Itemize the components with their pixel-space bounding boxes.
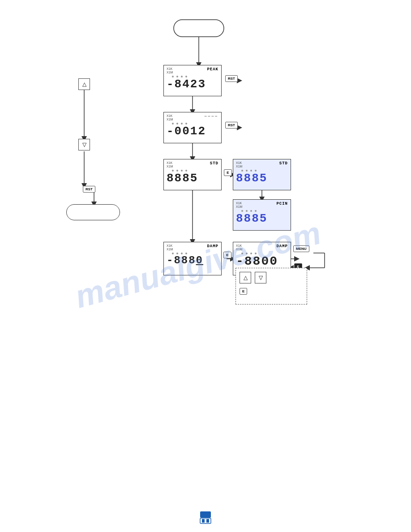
damp-right-value: -8800 [236,255,288,268]
logo-icon [198,511,213,524]
pcin-x-labels: X1K X1M [236,202,242,209]
left-menu-button[interactable]: RST [83,186,95,193]
bottom-logo [198,511,213,524]
std-display-left: X1K X1M STD 8885 [163,159,222,190]
peak-value: -8423 [167,78,218,90]
svg-rect-18 [200,511,211,518]
pcin-mode: PCIN [276,202,288,206]
left-down-arrow-btn[interactable]: ▽ [78,139,90,150]
edit-e-button[interactable]: E [240,288,247,295]
edit-box: △ ▽ E [235,268,307,305]
peak-mode-label: PEAK [207,67,218,72]
pcin-display: X1K X1M PCIN 8885 [233,199,291,231]
pcin-header: X1K X1M PCIN [236,202,288,209]
peak-display: X1K X1M PEAK -8423 [163,65,222,96]
peak-x-labels: X1K X1M [167,67,173,75]
counter-value: -0012 [167,125,218,137]
svg-rect-0 [174,20,224,37]
damp-right-header: X1K X1M DAMP [236,244,288,252]
damp-right-mode: DAMP [276,244,288,249]
damp-left-x-labels: X1K X1M [167,244,173,252]
left-up-arrow-btn[interactable]: △ [78,78,90,90]
edit-down-arrow[interactable]: ▽ [255,272,266,283]
rst-button-2[interactable]: RST [225,122,238,129]
std-left-header: X1K X1M STD [167,161,218,169]
svg-rect-21 [206,519,209,523]
std-right-x-labels: X1K X1M [236,161,242,169]
edit-up-arrow[interactable]: △ [240,272,251,283]
e-button-std[interactable]: E [224,169,232,176]
rst-button-1[interactable]: RST [225,75,238,82]
damp-left-value: -8880 [167,255,218,266]
std-left-mode: STD [210,161,218,166]
counter-x-labels: X1K X1M [167,114,173,122]
peak-display-header: X1K X1M PEAK [167,67,218,75]
up-arrow-icon: △ [82,81,86,87]
edit-arrows-row: △ ▽ [240,272,303,283]
counter-display-header: X1K X1M ──── [167,114,218,122]
menu-button-damp[interactable]: MENU [293,245,309,252]
svg-rect-20 [202,519,205,523]
damp-left-mode: DAMP [207,244,218,249]
damp-right-x-labels: X1K X1M [236,244,242,252]
counter-mode-label: ──── [205,114,218,118]
counter-display: X1K X1M ──── -0012 [163,112,222,143]
std-right-header: X1K X1M STD [236,161,288,169]
damp-left-header: X1K X1M DAMP [167,244,218,252]
std-left-value: 8885 [167,172,218,184]
pcin-value: 8885 [236,213,288,224]
e-button-damp-left[interactable]: E [223,252,231,258]
std-left-x-labels: X1K X1M [167,161,173,169]
down-arrow-icon: ▽ [82,142,86,148]
std-right-mode: STD [279,161,288,166]
damp-display-left: X1K X1M DAMP -8880 [163,242,222,275]
std-right-value: 8885 [236,172,288,184]
std-display-right: X1K X1M STD 8885 [233,159,291,190]
left-bottom-node [66,204,120,220]
svg-rect-19 [200,518,211,523]
